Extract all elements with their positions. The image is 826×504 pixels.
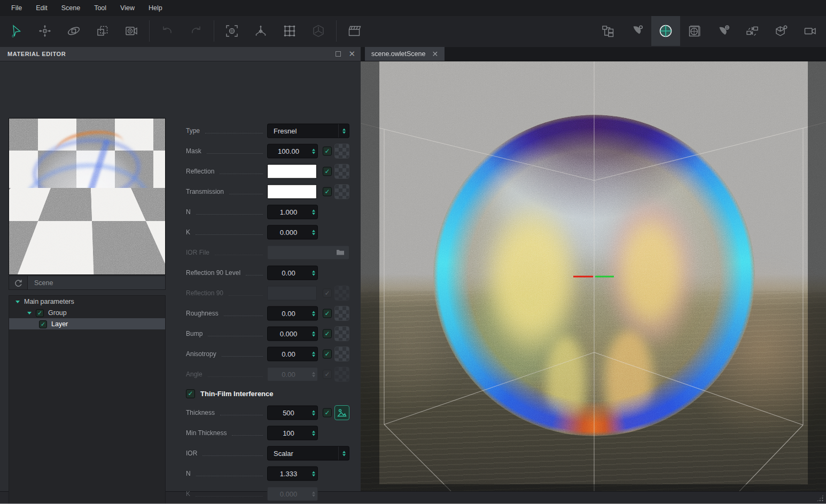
spinbox-n[interactable]: 1.333 xyxy=(267,467,318,481)
toolbar-button-frame-object[interactable] xyxy=(217,16,246,46)
spinner-arrows-icon[interactable] xyxy=(309,307,317,320)
spinner-arrows-icon[interactable] xyxy=(309,206,317,219)
spinbox-k: 0.000 xyxy=(267,487,318,501)
enable-checkbox[interactable]: ✓ xyxy=(323,187,332,196)
toolbar-button-redo[interactable] xyxy=(182,16,211,46)
toolbar: 0 xyxy=(0,16,826,46)
spinbox-anisotropy[interactable]: 0.00 xyxy=(267,347,318,361)
resize-grip-icon[interactable] xyxy=(816,494,824,502)
param-row-reflection: Reflection✓ xyxy=(176,161,357,182)
color-swatch-reflection[interactable] xyxy=(267,164,317,179)
spinner-arrows-icon[interactable] xyxy=(309,327,317,341)
hex-axes-icon xyxy=(311,24,325,38)
toolbar-button-node-graph[interactable] xyxy=(594,16,622,46)
leader-line xyxy=(224,316,263,316)
toolbar-button-object-settings[interactable] xyxy=(767,16,796,46)
spinbox-k[interactable]: 0.000 xyxy=(267,225,318,240)
tree-row-group[interactable]: ✓Group xyxy=(9,307,165,318)
spinner-arrows-icon[interactable] xyxy=(309,266,317,280)
toolbar-button-move-tool[interactable] xyxy=(30,16,59,46)
expander-icon[interactable] xyxy=(15,301,20,303)
chevron-updown-icon[interactable] xyxy=(338,124,349,138)
spinner-arrows-icon[interactable] xyxy=(309,467,317,481)
checkbox-icon[interactable]: ✓ xyxy=(186,389,195,398)
texture-checker-button[interactable] xyxy=(334,144,349,159)
enable-checkbox[interactable]: ✓ xyxy=(323,350,332,359)
toolbar-button-select-tool[interactable]: 0 xyxy=(2,16,30,46)
menu-view[interactable]: View xyxy=(113,1,142,15)
close-tab-icon[interactable]: ✕ xyxy=(432,50,438,58)
tree-row-main-parameters[interactable]: Main parameters xyxy=(9,296,165,307)
toolbar-button-framed-sphere[interactable] xyxy=(680,16,709,46)
checkbox-icon[interactable]: ✓ xyxy=(36,309,44,317)
enable-checkbox[interactable]: ✓ xyxy=(323,408,332,418)
spinbox-thickness[interactable]: 500 xyxy=(267,406,318,420)
spinner-arrows-icon[interactable] xyxy=(309,406,317,420)
toolbar-button-hex-axes[interactable] xyxy=(304,16,333,46)
tab-scene-owletscene[interactable]: scene.owletScene ✕ xyxy=(365,47,445,61)
toolbar-button-duplicate-tool[interactable] xyxy=(88,16,117,46)
float-panel-icon[interactable] xyxy=(336,51,341,57)
menu-help[interactable]: Help xyxy=(142,1,169,15)
tree-row-layer[interactable]: ✓Layer xyxy=(9,318,165,329)
spinbox-n[interactable]: 1.000 xyxy=(267,205,318,219)
toolbar-button-render-view-tool[interactable] xyxy=(117,16,146,46)
spinbox-roughness[interactable]: 0.00 xyxy=(267,306,318,321)
texture-checker-button[interactable] xyxy=(334,164,349,179)
param-row-ior: IORScalar xyxy=(176,443,357,463)
toolbar-right-group xyxy=(594,16,826,46)
dropdown-value: Fresnel xyxy=(268,124,338,138)
param-label: Reflection 90 xyxy=(186,289,223,297)
preview-scene-combo[interactable]: Scene xyxy=(28,275,166,290)
menu-file[interactable]: File xyxy=(4,1,29,15)
enable-checkbox[interactable]: ✓ xyxy=(323,147,332,156)
spinbox-mask[interactable]: 100.00 xyxy=(267,144,318,159)
texture-image-button[interactable] xyxy=(334,405,349,420)
texture-checker-button[interactable] xyxy=(334,184,349,199)
enable-checkbox[interactable]: ✓ xyxy=(323,309,332,318)
toolbar-button-rotate-tool[interactable] xyxy=(59,16,88,46)
bubble-top-shadow xyxy=(433,115,755,436)
param-row-n: N1.000 xyxy=(176,202,357,222)
render-image[interactable] xyxy=(361,61,826,491)
dropdown-type[interactable]: Fresnel xyxy=(267,124,349,138)
spinner-arrows-icon[interactable] xyxy=(309,427,317,440)
material-editor-titlebar[interactable]: MATERIAL EDITOR ✕ xyxy=(0,47,361,61)
menu-edit[interactable]: Edit xyxy=(29,1,54,15)
checkbox-icon[interactable]: ✓ xyxy=(39,320,47,328)
color-swatch-transmission[interactable] xyxy=(267,185,317,199)
material-preview-image[interactable] xyxy=(9,118,166,275)
spin-value: 100 xyxy=(268,427,309,440)
toolbar-button-shader-locator[interactable] xyxy=(709,16,738,46)
enable-checkbox[interactable]: ✓ xyxy=(323,329,332,338)
spinner-arrows-icon[interactable] xyxy=(309,145,317,158)
texture-checker-button[interactable] xyxy=(334,306,349,321)
spin-value: 100.00 xyxy=(268,145,309,158)
spinbox-min-thickness[interactable]: 100 xyxy=(267,426,318,440)
material-parameters: TypeFresnelMask100.00✓Reflection✓Transmi… xyxy=(176,121,357,504)
texture-checker-button[interactable] xyxy=(334,326,349,341)
spinner-arrows-icon[interactable] xyxy=(309,348,317,361)
toolbar-button-undo[interactable] xyxy=(153,16,182,46)
toolbar-button-lattice[interactable] xyxy=(275,16,304,46)
enable-checkbox[interactable]: ✓ xyxy=(323,167,332,176)
dropdown-ior[interactable]: Scalar xyxy=(267,446,349,461)
toolbar-button-camera-pair[interactable] xyxy=(738,16,767,46)
expander-icon[interactable] xyxy=(27,312,32,314)
toolbar-button-clapperboard[interactable] xyxy=(340,16,369,46)
spinbox-bump[interactable]: 0.000 xyxy=(267,327,318,341)
menu-tool[interactable]: Tool xyxy=(87,1,113,15)
refresh-preview-button[interactable] xyxy=(9,275,28,290)
toolbar-button-camera[interactable] xyxy=(796,16,824,46)
spinner-arrows-icon[interactable] xyxy=(309,226,317,239)
toolbar-button-shader-gear[interactable] xyxy=(622,16,651,46)
toolbar-button-transform-axes[interactable] xyxy=(246,16,275,46)
spinbox-reflection-90-level[interactable]: 0.00 xyxy=(267,266,318,280)
toolbar-button-locator-sphere[interactable] xyxy=(651,16,680,46)
chevron-updown-icon[interactable] xyxy=(338,447,349,460)
texture-checker-button[interactable] xyxy=(334,346,349,361)
close-panel-icon[interactable]: ✕ xyxy=(348,51,355,57)
spin-value: 0.000 xyxy=(268,226,309,239)
param-row-k: K0.000 xyxy=(176,222,357,242)
menu-scene[interactable]: Scene xyxy=(54,1,87,15)
